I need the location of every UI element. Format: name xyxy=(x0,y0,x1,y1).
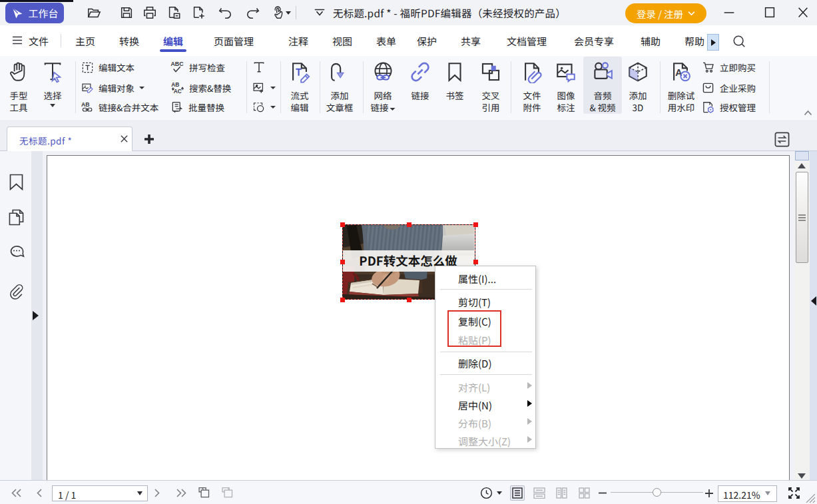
svg-text:ABC: ABC xyxy=(171,61,184,67)
svg-text:AB: AB xyxy=(171,81,179,88)
svg-text:AC: AC xyxy=(174,88,182,95)
svg-text:AB: AB xyxy=(81,101,90,108)
